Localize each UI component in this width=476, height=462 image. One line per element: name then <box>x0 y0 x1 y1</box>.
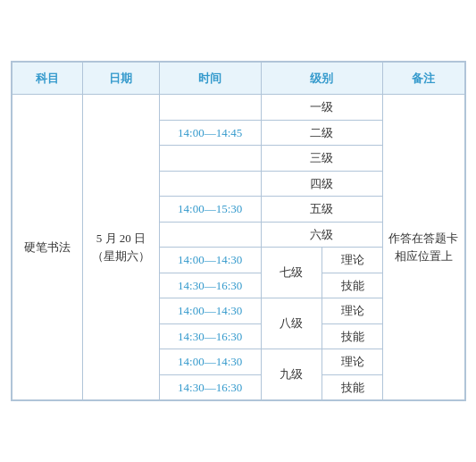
subgrade-cell: 技能 <box>322 323 382 349</box>
time-cell: 14:30—16:30 <box>159 323 261 349</box>
grade-cell: 五级 <box>261 197 383 223</box>
time-cell <box>159 171 261 197</box>
note-cell: 作答在答题卡 相应位置上 <box>383 95 464 400</box>
time-cell <box>159 95 261 121</box>
time-cell: 14:00—15:30 <box>159 197 261 223</box>
time-cell: 14:30—16:30 <box>159 273 261 298</box>
date-cell: 5 月 20 日 （星期六） <box>83 95 159 400</box>
grade-cell: 四级 <box>261 171 383 197</box>
time-cell: 14:00—14:45 <box>159 120 261 146</box>
header-note: 备注 <box>383 63 464 95</box>
subgrade-cell: 理论 <box>322 349 382 375</box>
grade-cell: 二级 <box>261 120 383 146</box>
header-grade: 级别 <box>261 63 383 95</box>
header-date: 日期 <box>83 63 159 95</box>
time-cell: 14:00—14:30 <box>159 349 261 375</box>
header-subject: 科目 <box>12 63 83 95</box>
subgrade-cell: 理论 <box>322 248 382 273</box>
subject-cell: 硬笔书法 <box>12 95 83 400</box>
subgrade-cell: 技能 <box>322 273 382 298</box>
time-cell: 14:30—16:30 <box>159 374 261 400</box>
subgrade-cell: 理论 <box>322 298 382 324</box>
time-cell <box>159 146 261 172</box>
grade-cell: 三级 <box>261 146 383 172</box>
time-cell: 14:00—14:30 <box>159 298 261 324</box>
schedule-table-wrap: 科目 日期 时间 级别 备注 硬笔书法5 月 20 日 （星期六）一级作答在答题… <box>11 61 466 401</box>
time-cell <box>159 222 261 248</box>
grade-cell: 七级 <box>261 248 322 298</box>
schedule-table: 科目 日期 时间 级别 备注 硬笔书法5 月 20 日 （星期六）一级作答在答题… <box>12 62 465 400</box>
grade-cell: 一级 <box>261 95 383 121</box>
grade-cell: 九级 <box>261 349 322 400</box>
grade-cell: 八级 <box>261 298 322 349</box>
grade-cell: 六级 <box>261 222 383 248</box>
subgrade-cell: 技能 <box>322 374 382 400</box>
header-time: 时间 <box>159 63 261 95</box>
time-cell: 14:00—14:30 <box>159 248 261 273</box>
